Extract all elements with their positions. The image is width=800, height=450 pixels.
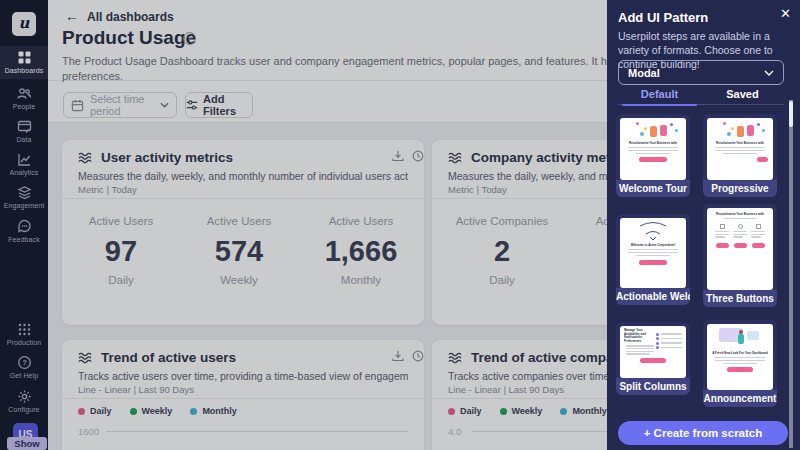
preview-cta-button bbox=[639, 260, 667, 265]
tab-default[interactable]: Default bbox=[618, 88, 701, 104]
tab-saved[interactable]: Saved bbox=[701, 88, 784, 104]
panel-tabs: Default Saved bbox=[618, 88, 784, 105]
preview-title: Revolutionize Your Business with bbox=[625, 142, 681, 146]
pattern-preview: Revolutionize Your Business with bbox=[707, 118, 773, 180]
pattern-preview: Revolutionize Your Business with bbox=[620, 118, 686, 180]
pattern-preview: Manage Your Availability and Notificatio… bbox=[620, 326, 686, 378]
chevron-down-icon bbox=[764, 70, 774, 76]
pattern-preview: Welcome to Acme Corporation! bbox=[620, 218, 686, 288]
panel-title: Add UI Pattern bbox=[618, 10, 708, 25]
panel-scrollbar-thumb[interactable] bbox=[789, 101, 793, 127]
pattern-card-three-buttons[interactable]: Revolutionize Your Business with Three B… bbox=[703, 204, 777, 307]
pattern-label: Announcement bbox=[703, 390, 777, 407]
pattern-preview: Revolutionize Your Business with bbox=[707, 208, 773, 290]
preview-cta-button bbox=[640, 358, 666, 363]
pattern-type-select[interactable]: Modal bbox=[618, 60, 784, 85]
preview-buttons-row bbox=[707, 239, 773, 248]
pattern-type-value: Modal bbox=[628, 67, 660, 79]
add-ui-pattern-panel: ✕ Add UI Pattern Userpilot steps are ava… bbox=[607, 0, 800, 450]
pattern-card-progressive[interactable]: Revolutionize Your Business with Progres… bbox=[703, 114, 777, 197]
preview-title: Welcome to Acme Corporation! bbox=[625, 244, 681, 248]
pattern-card-split-columns[interactable]: Manage Your Availability and Notificatio… bbox=[616, 322, 690, 395]
preview-title: Manage Your Availability and Notificatio… bbox=[624, 329, 656, 343]
panel-scrollbar-track[interactable] bbox=[789, 100, 793, 448]
preview-cta-button bbox=[757, 157, 768, 162]
create-from-scratch-button[interactable]: + Create from scratch bbox=[618, 421, 788, 445]
preview-columns bbox=[707, 221, 773, 239]
pattern-label: Three Buttons bbox=[703, 290, 777, 307]
preview-columns: Manage Your Availability and Notificatio… bbox=[620, 326, 686, 356]
pattern-label: Actionable Welco... bbox=[616, 288, 690, 305]
preview-cta-button bbox=[727, 367, 753, 372]
hands-illustration bbox=[620, 218, 686, 242]
dashboard-illustration bbox=[707, 324, 773, 350]
pattern-label: Welcome Tour bbox=[616, 180, 690, 197]
pattern-preview: A Fresh New Look For Your Dashboard bbox=[707, 324, 773, 390]
pattern-card-announcement[interactable]: A Fresh New Look For Your Dashboard Anno… bbox=[703, 320, 777, 407]
modal-dim-overlay[interactable] bbox=[0, 0, 607, 450]
preview-cta-button bbox=[639, 157, 667, 162]
preview-title: Revolutionize Your Business with bbox=[712, 213, 768, 217]
celebration-illustration bbox=[620, 118, 686, 140]
pattern-label: Split Columns bbox=[616, 378, 690, 395]
preview-title: Revolutionize Your Business with bbox=[712, 142, 768, 146]
close-icon[interactable]: ✕ bbox=[780, 6, 791, 21]
app-root: u Dashboards People bbox=[0, 0, 800, 450]
pattern-card-welcome-tour[interactable]: Revolutionize Your Business with Welcome… bbox=[616, 114, 690, 197]
preview-title: A Fresh New Look For Your Dashboard bbox=[712, 352, 768, 356]
celebration-illustration bbox=[707, 118, 773, 140]
pattern-card-actionable-welcome[interactable]: Welcome to Acme Corporation! Actionable … bbox=[616, 214, 690, 305]
pattern-label: Progressive bbox=[703, 180, 777, 197]
